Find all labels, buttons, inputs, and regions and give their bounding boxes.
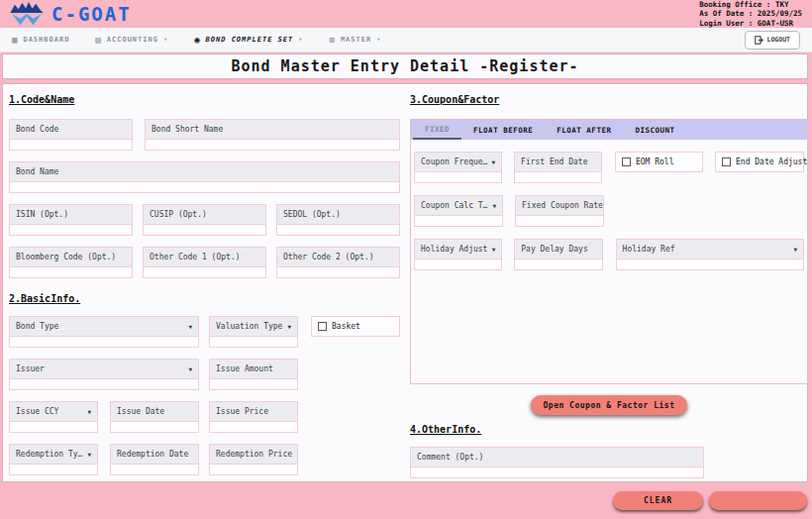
first-end-date-field[interactable]: First End Date [514,152,602,183]
issue-ccy-label: Issue CCY [16,407,58,416]
comment-input[interactable] [410,467,704,478]
redemption-price-input[interactable] [209,465,298,475]
nav-item-master[interactable]: ⊞ MASTER ▾ [329,36,381,45]
other-code-1-label: Other Code 1 (Opt.) [150,253,241,261]
sedol-field[interactable]: SEDOL (Opt.) [276,204,400,236]
bond-code-label: Bond Code [16,125,58,134]
bloomberg-code-field[interactable]: Bloomberg Code (Opt.) [9,247,133,278]
other-code-2-label: Other Code 2 (Opt.) [283,253,374,261]
section-heading-basic-info: 2.BasicInfo. [9,293,400,305]
bond-short-name-label: Bond Short Name [152,125,223,134]
issue-price-field[interactable]: Issue Price [209,401,298,433]
bond-name-field[interactable]: Bond Name [9,161,400,193]
coupon-calc-type-input[interactable] [414,216,503,227]
redemption-date-label: Redemption Date [117,450,188,459]
issue-ccy-input[interactable] [9,422,98,433]
redemption-date-input[interactable] [110,465,199,475]
bond-short-name-field[interactable]: Bond Short Name [145,119,400,151]
register-button[interactable] [709,491,807,510]
end-date-adjust-checkbox-field[interactable]: End Date Adjust [715,152,804,172]
clear-button[interactable]: CLEAR [613,491,703,510]
issue-price-label: Issue Price [216,407,268,416]
bloomberg-code-label: Bloomberg Code (Opt.) [16,253,116,261]
sedol-label: SEDOL (Opt.) [283,210,341,219]
sedol-input[interactable] [276,225,400,236]
other-code-2-field[interactable]: Other Code 2 (Opt.) [276,247,400,278]
dropdown-arrow-icon: ▼ [491,158,495,165]
coupon-calc-type-label: Coupon Calc T… [421,201,487,210]
bond-short-name-input[interactable] [145,140,400,151]
logout-button[interactable]: LOGOUT [745,31,800,50]
cusip-field[interactable]: CUSIP (Opt.) [143,204,266,236]
bond-type-input[interactable] [9,337,199,348]
issue-ccy-select[interactable]: Issue CCY▼ [9,401,98,433]
other-code-1-field[interactable]: Other Code 1 (Opt.) [143,247,266,278]
fixed-coupon-rate-field[interactable]: Fixed Coupon Rate [515,195,604,227]
tab-discount[interactable]: DISCOUNT [623,120,686,140]
redemption-price-field[interactable]: Redemption Price [209,444,298,475]
chevron-down-icon: ▾ [376,36,381,44]
footer-bar: CLEAR [0,482,812,519]
redemption-date-field[interactable]: Redemption Date [110,444,199,475]
issuer-input[interactable] [9,379,199,390]
bond-code-input[interactable] [9,140,133,151]
holiday-ref-select[interactable]: Holiday Ref▼ [616,239,804,270]
redemption-type-select[interactable]: Redemption Ty…▼ [9,444,98,475]
dropdown-arrow-icon: ▼ [793,246,797,253]
dropdown-arrow-icon: ▼ [87,451,91,458]
tab-float-before[interactable]: FLOAT BEFORE [461,120,545,140]
first-end-date-input[interactable] [514,172,602,183]
dropdown-arrow-icon: ▼ [287,323,291,330]
issue-amount-field[interactable]: Issue Amount [209,359,298,390]
pay-delay-days-input[interactable] [514,260,602,270]
issue-amount-input[interactable] [209,379,298,390]
redemption-type-input[interactable] [9,465,98,475]
dropdown-arrow-icon: ▼ [188,365,192,372]
isin-input[interactable] [9,225,133,236]
bloomberg-code-input[interactable] [9,267,133,278]
nav-item-dashboard[interactable]: ▦ DASHBOARD [12,36,69,45]
pay-delay-days-label: Pay Delay Days [521,245,587,254]
bond-type-select[interactable]: Bond Type▼ [9,316,199,348]
open-coupon-factor-list-button[interactable]: Open Coupon & Factor List [531,395,687,415]
tab-float-after[interactable]: FLOAT AFTER [545,120,623,140]
fixed-coupon-rate-input[interactable] [515,216,604,227]
eom-roll-checkbox-field[interactable]: EOM Roll [615,152,703,172]
redemption-price-label: Redemption Price [216,450,292,459]
coupon-frequency-select[interactable]: Coupon Freque…▼ [414,152,502,183]
nav-item-accounting[interactable]: ▤ ACCOUNTING ▾ [95,36,168,45]
holiday-adjust-input[interactable] [414,260,502,270]
valuation-type-select[interactable]: Valuation Type▼ [209,316,298,348]
other-code-2-input[interactable] [276,267,400,278]
cusip-input[interactable] [143,225,266,236]
end-date-adjust-checkbox[interactable] [722,157,731,166]
first-end-date-label: First End Date [521,157,587,166]
issuer-select[interactable]: Issuer▼ [9,359,199,390]
comment-field[interactable]: Comment (Opt.) [410,447,704,478]
tab-fixed[interactable]: FIXED [413,120,461,140]
issue-date-field[interactable]: Issue Date [110,401,199,433]
chevron-down-icon: ▾ [298,36,303,44]
page-title: Bond Master Entry Detail -Register- [2,53,808,79]
basket-checkbox-field[interactable]: Basket [311,316,400,337]
pay-delay-days-field[interactable]: Pay Delay Days [514,239,602,270]
bond-code-field[interactable]: Bond Code [9,119,133,151]
session-info: Booking Office : TKY As Of Date : 2025/0… [699,0,802,28]
end-date-adjust-label: End Date Adjust [736,157,807,166]
bond-name-label: Bond Name [16,167,58,176]
nav-item-bond-complete-set[interactable]: ◉ BOND COMPLETE SET ▾ [194,36,303,45]
app-logo: C-GOAT [8,1,132,27]
valuation-type-input[interactable] [209,337,298,348]
coupon-frequency-input[interactable] [414,172,502,183]
issue-price-input[interactable] [209,422,298,433]
other-code-1-input[interactable] [143,267,266,278]
coupon-calc-type-select[interactable]: Coupon Calc T…▼ [414,195,503,227]
basket-checkbox[interactable] [318,322,327,331]
bond-name-input[interactable] [9,182,400,193]
issue-date-input[interactable] [110,422,199,433]
eom-roll-checkbox[interactable] [622,157,631,166]
holiday-ref-input[interactable] [616,260,804,270]
holiday-adjust-select[interactable]: Holiday Adjust▼ [414,239,502,270]
isin-field[interactable]: ISIN (Opt.) [9,204,133,236]
isin-label: ISIN (Opt.) [16,210,68,219]
